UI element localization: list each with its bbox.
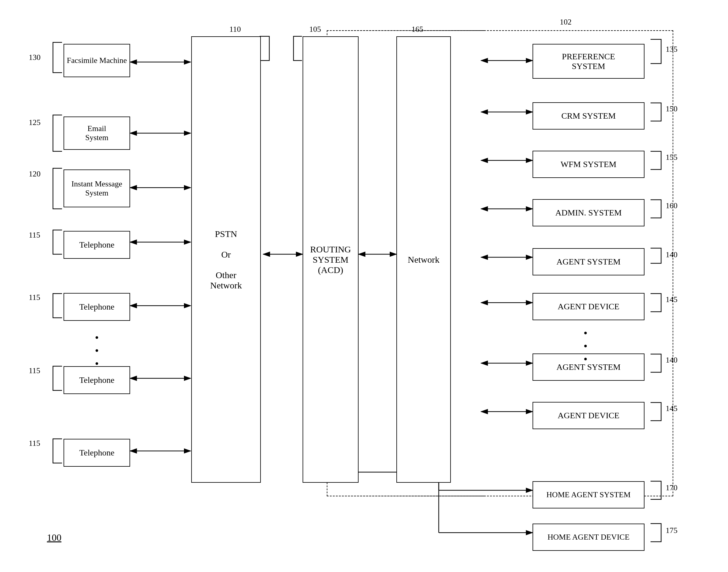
network-box: Network — [396, 36, 451, 483]
home-agent-system-box: HOME AGENT SYSTEM — [532, 481, 645, 508]
admin-label: ADMIN. SYSTEM — [555, 208, 622, 218]
instant-label: Instant MessageSystem — [71, 180, 122, 198]
ref-155: 155 — [666, 153, 677, 162]
agent-system-label-1: AGENT SYSTEM — [557, 257, 621, 267]
network-label: Network — [408, 255, 440, 265]
diagram: Facsimile Machine EmailSystem Instant Me… — [0, 0, 728, 572]
facsimile-box: Facsimile Machine — [64, 44, 130, 77]
home-agent-device-label: HOME AGENT DEVICE — [548, 533, 629, 542]
ref-175: 175 — [666, 526, 677, 535]
wfm-label: WFM SYSTEM — [561, 159, 616, 169]
dots-agents: ••• — [573, 327, 598, 366]
routing-box: ROUTINGSYSTEM(ACD) — [303, 36, 359, 483]
ref-165: 165 — [412, 25, 423, 34]
home-agent-device-box: HOME AGENT DEVICE — [532, 523, 645, 551]
pstn-box: PSTNOrOtherNetwork — [191, 36, 261, 483]
agent-device-label-1: AGENT DEVICE — [558, 302, 620, 311]
ref-145b: 145 — [666, 404, 677, 413]
ref-115b: 115 — [29, 293, 40, 302]
preference-system-box: PREFERENCESYSTEM — [532, 44, 645, 79]
agent-device-box-1: AGENT DEVICE — [532, 293, 645, 320]
crm-label: CRM SYSTEM — [561, 111, 616, 121]
ref-102: 102 — [560, 17, 572, 27]
agent-device-box-2: AGENT DEVICE — [532, 402, 645, 429]
telephone-box-2: Telephone — [64, 293, 130, 321]
dots-telephones: ••• — [85, 332, 109, 371]
ref-100: 100 — [47, 532, 61, 543]
ref-115d: 115 — [29, 439, 40, 448]
ref-125: 125 — [29, 118, 41, 127]
email-box: EmailSystem — [64, 117, 130, 150]
ref-150: 150 — [666, 104, 677, 114]
ref-120: 120 — [29, 169, 41, 178]
crm-system-box: CRM SYSTEM — [532, 102, 645, 130]
ref-160: 160 — [666, 201, 677, 210]
pstn-label: PSTNOrOtherNetwork — [210, 229, 242, 291]
telephone-label-3: Telephone — [79, 375, 115, 385]
agent-device-label-2: AGENT DEVICE — [558, 411, 620, 420]
facsimile-label: Facsimile Machine — [67, 56, 127, 65]
ref-130: 130 — [29, 53, 41, 62]
ref-140b: 140 — [666, 356, 677, 365]
preference-label: PREFERENCESYSTEM — [562, 52, 615, 71]
ref-170: 170 — [666, 483, 677, 492]
agent-system-box-1: AGENT SYSTEM — [532, 248, 645, 275]
ref-115c: 115 — [29, 366, 40, 375]
telephone-box-1: Telephone — [64, 231, 130, 259]
wfm-system-box: WFM SYSTEM — [532, 151, 645, 178]
ref-140a: 140 — [666, 250, 677, 259]
telephone-label-1: Telephone — [79, 240, 115, 250]
ref-115a: 115 — [29, 231, 40, 240]
ref-145a: 145 — [666, 295, 677, 304]
ref-135: 135 — [666, 45, 677, 54]
home-agent-system-label: HOME AGENT SYSTEM — [547, 490, 631, 499]
telephone-box-4: Telephone — [64, 439, 130, 467]
email-label: EmailSystem — [85, 124, 108, 142]
telephone-label-2: Telephone — [79, 302, 115, 312]
admin-system-box: ADMIN. SYSTEM — [532, 199, 645, 226]
ref-110: 110 — [229, 25, 241, 34]
routing-label: ROUTINGSYSTEM(ACD) — [310, 244, 351, 275]
telephone-label-4: Telephone — [79, 448, 115, 457]
instant-message-box: Instant MessageSystem — [64, 169, 130, 207]
ref-105: 105 — [309, 25, 321, 34]
